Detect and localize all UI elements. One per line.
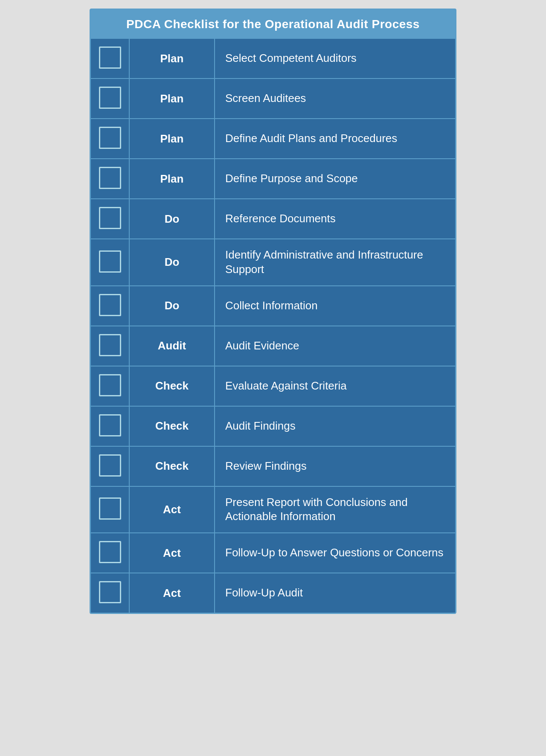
checkbox-icon[interactable] xyxy=(99,334,121,356)
description-cell: Review Findings xyxy=(215,446,455,486)
table-row: DoIdentify Administrative and Infrastruc… xyxy=(91,239,455,286)
description-cell: Follow-Up to Answer Questions or Concern… xyxy=(215,533,455,573)
checkbox-cell[interactable] xyxy=(91,446,129,486)
phase-cell: Do xyxy=(129,286,215,326)
table-row: CheckReview Findings xyxy=(91,446,455,486)
phase-cell: Act xyxy=(129,533,215,573)
phase-cell: Check xyxy=(129,366,215,406)
checkbox-cell[interactable] xyxy=(91,79,129,119)
description-cell: Screen Auditees xyxy=(215,79,455,119)
checkbox-icon[interactable] xyxy=(99,127,121,149)
table-row: CheckAudit Findings xyxy=(91,406,455,446)
table-row: PlanDefine Audit Plans and Procedures xyxy=(91,119,455,159)
description-cell: Select Competent Auditors xyxy=(215,39,455,79)
description-cell: Follow-Up Audit xyxy=(215,573,455,613)
checkbox-icon[interactable] xyxy=(99,497,121,520)
phase-cell: Act xyxy=(129,486,215,533)
description-cell: Identify Administrative and Infrastructu… xyxy=(215,239,455,286)
checkbox-icon[interactable] xyxy=(99,414,121,436)
table-row: ActPresent Report with Conclusions and A… xyxy=(91,486,455,533)
phase-cell: Act xyxy=(129,573,215,613)
checklist-container: PDCA Checklist for the Operational Audit… xyxy=(90,9,456,614)
table-row: CheckEvaluate Against Criteria xyxy=(91,366,455,406)
description-cell: Reference Documents xyxy=(215,199,455,239)
checkbox-cell[interactable] xyxy=(91,326,129,366)
checkbox-cell[interactable] xyxy=(91,573,129,613)
checkbox-cell[interactable] xyxy=(91,533,129,573)
table-row: ActFollow-Up to Answer Questions or Conc… xyxy=(91,533,455,573)
checkbox-icon[interactable] xyxy=(99,294,121,316)
checkbox-cell[interactable] xyxy=(91,486,129,533)
checkbox-cell[interactable] xyxy=(91,199,129,239)
checkbox-cell[interactable] xyxy=(91,286,129,326)
description-cell: Audit Evidence xyxy=(215,326,455,366)
checkbox-cell[interactable] xyxy=(91,406,129,446)
table-row: DoReference Documents xyxy=(91,199,455,239)
table-row: PlanDefine Purpose and Scope xyxy=(91,159,455,199)
checkbox-cell[interactable] xyxy=(91,39,129,79)
checkbox-cell[interactable] xyxy=(91,119,129,159)
description-cell: Evaluate Against Criteria xyxy=(215,366,455,406)
checkbox-cell[interactable] xyxy=(91,239,129,286)
checkbox-icon[interactable] xyxy=(99,581,121,603)
phase-cell: Check xyxy=(129,406,215,446)
title-bar: PDCA Checklist for the Operational Audit… xyxy=(91,10,455,39)
phase-cell: Plan xyxy=(129,39,215,79)
description-cell: Audit Findings xyxy=(215,406,455,446)
checklist-table: PlanSelect Competent AuditorsPlanScreen … xyxy=(91,39,455,613)
table-row: AuditAudit Evidence xyxy=(91,326,455,366)
description-cell: Present Report with Conclusions and Acti… xyxy=(215,486,455,533)
table-row: ActFollow-Up Audit xyxy=(91,573,455,613)
table-row: PlanSelect Competent Auditors xyxy=(91,39,455,79)
checkbox-cell[interactable] xyxy=(91,366,129,406)
checkbox-icon[interactable] xyxy=(99,207,121,229)
table-row: PlanScreen Auditees xyxy=(91,79,455,119)
phase-cell: Check xyxy=(129,446,215,486)
table-row: DoCollect Information xyxy=(91,286,455,326)
checkbox-icon[interactable] xyxy=(99,374,121,396)
phase-cell: Do xyxy=(129,199,215,239)
checkbox-icon[interactable] xyxy=(99,47,121,69)
phase-cell: Audit xyxy=(129,326,215,366)
checkbox-icon[interactable] xyxy=(99,87,121,109)
phase-cell: Plan xyxy=(129,159,215,199)
checkbox-cell[interactable] xyxy=(91,159,129,199)
phase-cell: Do xyxy=(129,239,215,286)
page-title: PDCA Checklist for the Operational Audit… xyxy=(99,17,447,31)
description-cell: Define Audit Plans and Procedures xyxy=(215,119,455,159)
checkbox-icon[interactable] xyxy=(99,454,121,477)
phase-cell: Plan xyxy=(129,119,215,159)
description-cell: Define Purpose and Scope xyxy=(215,159,455,199)
phase-cell: Plan xyxy=(129,79,215,119)
checkbox-icon[interactable] xyxy=(99,167,121,189)
checkbox-icon[interactable] xyxy=(99,541,121,563)
checkbox-icon[interactable] xyxy=(99,250,121,273)
description-cell: Collect Information xyxy=(215,286,455,326)
